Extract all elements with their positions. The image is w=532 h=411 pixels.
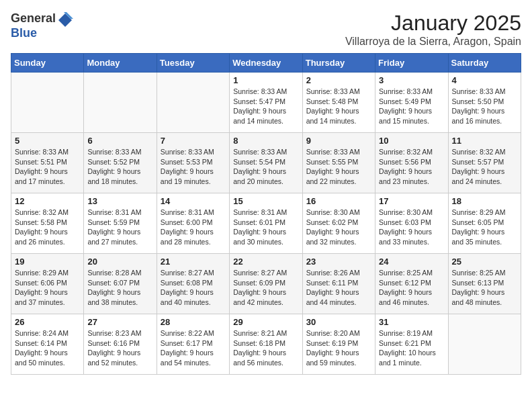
day-number: 6 xyxy=(87,136,152,146)
daylight-text: Daylight: 9 hours and 14 minutes. xyxy=(306,107,359,125)
sunset-text: Sunset: 6:01 PM xyxy=(233,218,285,226)
day-number: 3 xyxy=(379,75,444,85)
day-detail: Sunrise: 8:21 AM Sunset: 6:18 PM Dayligh… xyxy=(233,328,298,368)
sunset-text: Sunset: 6:05 PM xyxy=(452,218,504,226)
sunset-text: Sunset: 6:07 PM xyxy=(87,279,140,287)
calendar-cell xyxy=(84,73,157,133)
calendar-cell: 13 Sunrise: 8:31 AM Sunset: 5:59 PM Dayl… xyxy=(84,193,157,254)
daylight-text: Daylight: 9 hours and 26 minutes. xyxy=(15,228,68,246)
day-number: 19 xyxy=(15,257,80,267)
weekday-header: Sunday xyxy=(11,54,84,73)
weekday-header: Friday xyxy=(375,54,448,73)
day-number: 30 xyxy=(306,317,371,327)
sunset-text: Sunset: 5:53 PM xyxy=(161,158,213,166)
day-detail: Sunrise: 8:32 AM Sunset: 5:57 PM Dayligh… xyxy=(452,147,517,187)
daylight-text: Daylight: 9 hours and 54 minutes. xyxy=(161,349,214,367)
sunrise-text: Sunrise: 8:26 AM xyxy=(306,269,360,277)
sunrise-text: Sunrise: 8:29 AM xyxy=(15,269,69,277)
calendar-cell: 30 Sunrise: 8:20 AM Sunset: 6:19 PM Dayl… xyxy=(302,314,375,375)
sunrise-text: Sunrise: 8:33 AM xyxy=(306,87,360,95)
sunset-text: Sunset: 6:11 PM xyxy=(306,279,359,287)
sunrise-text: Sunrise: 8:27 AM xyxy=(161,269,214,277)
sunset-text: Sunset: 6:21 PM xyxy=(379,339,431,347)
day-number: 24 xyxy=(379,257,444,267)
calendar-cell: 6 Sunrise: 8:33 AM Sunset: 5:52 PM Dayli… xyxy=(84,133,157,193)
day-detail: Sunrise: 8:24 AM Sunset: 6:14 PM Dayligh… xyxy=(15,328,80,368)
sunrise-text: Sunrise: 8:22 AM xyxy=(161,329,214,337)
day-number: 26 xyxy=(15,317,80,327)
calendar-cell: 4 Sunrise: 8:33 AM Sunset: 5:50 PM Dayli… xyxy=(448,73,521,133)
day-number: 9 xyxy=(306,136,371,146)
day-detail: Sunrise: 8:27 AM Sunset: 6:09 PM Dayligh… xyxy=(233,268,298,308)
logo: General Blue xyxy=(11,11,73,40)
calendar-cell: 31 Sunrise: 8:19 AM Sunset: 6:21 PM Dayl… xyxy=(375,314,448,375)
calendar-cell: 7 Sunrise: 8:33 AM Sunset: 5:53 PM Dayli… xyxy=(157,133,229,193)
day-detail: Sunrise: 8:33 AM Sunset: 5:55 PM Dayligh… xyxy=(306,147,371,187)
sunrise-text: Sunrise: 8:32 AM xyxy=(379,148,433,156)
sunset-text: Sunset: 5:52 PM xyxy=(87,158,140,166)
calendar-cell xyxy=(448,314,521,375)
sunrise-text: Sunrise: 8:25 AM xyxy=(379,269,433,277)
calendar-cell: 26 Sunrise: 8:24 AM Sunset: 6:14 PM Dayl… xyxy=(11,314,84,375)
calendar-week-row: 5 Sunrise: 8:33 AM Sunset: 5:51 PM Dayli… xyxy=(11,133,521,193)
weekday-header: Monday xyxy=(84,54,157,73)
sunset-text: Sunset: 6:08 PM xyxy=(161,279,213,287)
day-number: 2 xyxy=(306,75,371,85)
day-detail: Sunrise: 8:33 AM Sunset: 5:52 PM Dayligh… xyxy=(87,147,152,187)
day-detail: Sunrise: 8:27 AM Sunset: 6:08 PM Dayligh… xyxy=(161,268,226,308)
sunrise-text: Sunrise: 8:33 AM xyxy=(379,87,433,95)
daylight-text: Daylight: 9 hours and 32 minutes. xyxy=(306,228,359,246)
sunrise-text: Sunrise: 8:33 AM xyxy=(233,148,287,156)
day-number: 1 xyxy=(233,75,298,85)
calendar-cell xyxy=(11,73,84,133)
daylight-text: Daylight: 9 hours and 17 minutes. xyxy=(15,167,68,185)
day-number: 11 xyxy=(452,136,517,146)
sunset-text: Sunset: 6:09 PM xyxy=(233,279,285,287)
day-detail: Sunrise: 8:31 AM Sunset: 6:01 PM Dayligh… xyxy=(233,208,298,247)
day-detail: Sunrise: 8:25 AM Sunset: 6:12 PM Dayligh… xyxy=(379,268,444,308)
day-number: 22 xyxy=(233,257,298,267)
day-detail: Sunrise: 8:19 AM Sunset: 6:21 PM Dayligh… xyxy=(379,328,444,368)
daylight-text: Daylight: 9 hours and 59 minutes. xyxy=(306,349,359,367)
day-detail: Sunrise: 8:31 AM Sunset: 5:59 PM Dayligh… xyxy=(87,208,152,247)
daylight-text: Daylight: 9 hours and 50 minutes. xyxy=(15,349,68,367)
sunrise-text: Sunrise: 8:25 AM xyxy=(452,269,506,277)
sunrise-text: Sunrise: 8:27 AM xyxy=(233,269,287,277)
calendar-week-row: 19 Sunrise: 8:29 AM Sunset: 6:06 PM Dayl… xyxy=(11,254,521,314)
sunrise-text: Sunrise: 8:24 AM xyxy=(15,329,69,337)
calendar-cell: 28 Sunrise: 8:22 AM Sunset: 6:17 PM Dayl… xyxy=(157,314,229,375)
weekday-header-row: SundayMondayTuesdayWednesdayThursdayFrid… xyxy=(11,54,521,73)
daylight-text: Daylight: 9 hours and 42 minutes. xyxy=(233,288,286,306)
daylight-text: Daylight: 9 hours and 18 minutes. xyxy=(87,167,140,185)
calendar-cell: 24 Sunrise: 8:25 AM Sunset: 6:12 PM Dayl… xyxy=(375,254,448,314)
sunrise-text: Sunrise: 8:31 AM xyxy=(233,208,287,216)
sunrise-text: Sunrise: 8:19 AM xyxy=(379,329,433,337)
sunrise-text: Sunrise: 8:32 AM xyxy=(15,208,69,216)
month-title: January 2025 xyxy=(345,11,521,36)
day-detail: Sunrise: 8:33 AM Sunset: 5:51 PM Dayligh… xyxy=(15,147,80,187)
day-detail: Sunrise: 8:33 AM Sunset: 5:47 PM Dayligh… xyxy=(233,87,298,126)
sunrise-text: Sunrise: 8:33 AM xyxy=(306,148,360,156)
logo-blue-text: Blue xyxy=(11,26,37,40)
day-number: 21 xyxy=(161,257,226,267)
daylight-text: Daylight: 9 hours and 30 minutes. xyxy=(233,228,286,246)
logo-icon xyxy=(57,11,73,27)
daylight-text: Daylight: 9 hours and 35 minutes. xyxy=(452,228,505,246)
calendar-cell: 18 Sunrise: 8:29 AM Sunset: 6:05 PM Dayl… xyxy=(448,193,521,254)
calendar-week-row: 1 Sunrise: 8:33 AM Sunset: 5:47 PM Dayli… xyxy=(11,73,521,133)
calendar-cell: 17 Sunrise: 8:30 AM Sunset: 6:03 PM Dayl… xyxy=(375,193,448,254)
calendar-cell: 14 Sunrise: 8:31 AM Sunset: 6:00 PM Dayl… xyxy=(157,193,229,254)
calendar-cell: 23 Sunrise: 8:26 AM Sunset: 6:11 PM Dayl… xyxy=(302,254,375,314)
sunset-text: Sunset: 5:55 PM xyxy=(306,158,359,166)
day-number: 14 xyxy=(161,196,226,206)
sunrise-text: Sunrise: 8:33 AM xyxy=(452,87,506,95)
sunset-text: Sunset: 6:06 PM xyxy=(15,279,67,287)
sunset-text: Sunset: 6:03 PM xyxy=(379,218,431,226)
calendar-cell: 22 Sunrise: 8:27 AM Sunset: 6:09 PM Dayl… xyxy=(230,254,302,314)
sunrise-text: Sunrise: 8:33 AM xyxy=(87,148,141,156)
day-detail: Sunrise: 8:22 AM Sunset: 6:17 PM Dayligh… xyxy=(161,328,226,368)
calendar-cell: 1 Sunrise: 8:33 AM Sunset: 5:47 PM Dayli… xyxy=(230,73,302,133)
calendar-table: SundayMondayTuesdayWednesdayThursdayFrid… xyxy=(11,53,521,375)
day-number: 31 xyxy=(379,317,444,327)
day-number: 4 xyxy=(452,75,517,85)
